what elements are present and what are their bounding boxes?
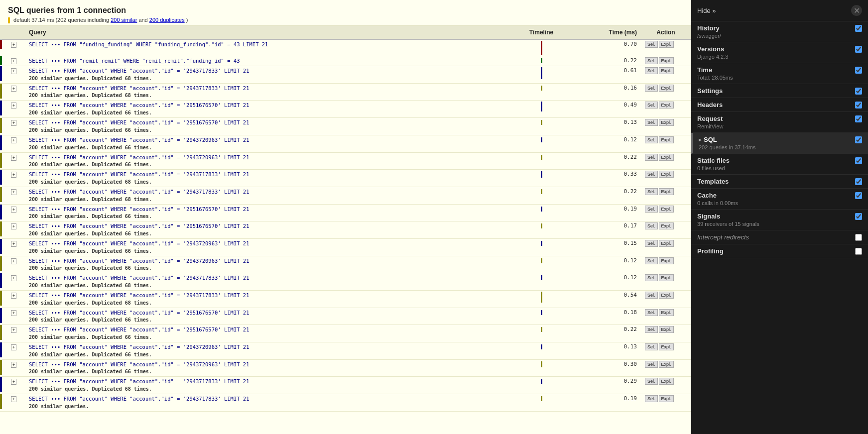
expl-button[interactable]: Expl. (659, 188, 674, 195)
sel-button[interactable]: Sel. (645, 326, 658, 333)
sidebar-item-profiling[interactable]: Profiling (691, 244, 868, 258)
expand-button[interactable]: + (11, 223, 16, 229)
sidebar-item-label-time[interactable]: Time (697, 66, 712, 74)
expl-button[interactable]: Expl. (659, 240, 674, 247)
expand-button[interactable]: + (11, 241, 16, 247)
expand-button[interactable]: + (11, 310, 16, 316)
similar-link[interactable]: 200 similar (111, 17, 137, 23)
sel-button[interactable]: Sel. (645, 240, 658, 247)
expand-button[interactable]: + (11, 42, 16, 48)
sidebar-item-label-signals[interactable]: Signals (697, 213, 720, 220)
expand-button[interactable]: + (11, 293, 16, 299)
sel-button[interactable]: Sel. (645, 119, 658, 126)
sidebar-checkbox-versions[interactable] (855, 46, 862, 53)
expl-button[interactable]: Expl. (659, 57, 674, 64)
expl-button[interactable]: Expl. (659, 343, 674, 350)
expl-button[interactable]: Expl. (659, 222, 674, 229)
expl-button[interactable]: Expl. (659, 67, 674, 74)
sidebar-item-label-headers[interactable]: Headers (697, 101, 723, 108)
expand-button[interactable]: + (11, 275, 16, 281)
sidebar-item-label-versions[interactable]: Versions (697, 45, 724, 53)
expand-button[interactable]: + (11, 344, 16, 350)
expand-button[interactable]: + (11, 68, 16, 74)
expand-button[interactable]: + (11, 58, 16, 64)
sel-button[interactable]: Sel. (645, 154, 658, 161)
sel-button[interactable]: Sel. (645, 206, 658, 213)
expand-button[interactable]: + (11, 379, 16, 385)
sidebar-checkbox-intercept-redirects[interactable] (855, 234, 862, 241)
expl-button[interactable]: Expl. (659, 395, 674, 402)
sidebar-item-versions[interactable]: VersionsDjango 4.2.3 (691, 42, 868, 63)
expand-button[interactable]: + (11, 120, 16, 126)
sidebar-checkbox-headers[interactable] (855, 102, 862, 108)
expl-button[interactable]: Expl. (659, 361, 674, 368)
sel-button[interactable]: Sel. (645, 292, 658, 299)
sidebar-item-label-static-files[interactable]: Static files (697, 157, 730, 164)
duplicates-link[interactable]: 200 duplicates (149, 17, 185, 23)
expl-button[interactable]: Expl. (659, 171, 674, 178)
sidebar-item-label-request[interactable]: Request (697, 115, 723, 122)
sidebar-item-intercept-redirects[interactable]: Intercept redirects (691, 230, 868, 244)
sidebar-item-label-settings[interactable]: Settings (697, 87, 723, 95)
sidebar-item-label-templates[interactable]: Templates (697, 178, 729, 185)
sel-button[interactable]: Sel. (645, 222, 658, 229)
sidebar-item-headers[interactable]: Headers (691, 98, 868, 112)
sel-button[interactable]: Sel. (645, 361, 658, 368)
sel-button[interactable]: Sel. (645, 343, 658, 350)
sidebar-item-label-sql[interactable]: SQL (704, 136, 717, 143)
sidebar-item-label-intercept-redirects[interactable]: Intercept redirects (697, 233, 749, 241)
sel-button[interactable]: Sel. (645, 67, 658, 74)
sidebar-item-label-profiling[interactable]: Profiling (697, 247, 724, 255)
sel-button[interactable]: Sel. (645, 102, 658, 108)
expand-button[interactable]: + (11, 103, 16, 108)
expand-button[interactable]: + (11, 207, 16, 213)
sidebar-checkbox-templates[interactable] (855, 178, 862, 185)
expl-button[interactable]: Expl. (659, 257, 674, 264)
expand-button[interactable]: + (11, 172, 16, 178)
sel-button[interactable]: Sel. (645, 41, 658, 48)
sel-button[interactable]: Sel. (645, 136, 658, 143)
hide-button[interactable]: Hide » (697, 7, 716, 14)
expl-button[interactable]: Expl. (659, 326, 674, 333)
expand-button[interactable]: + (11, 155, 16, 161)
sidebar-checkbox-sql[interactable] (855, 136, 862, 143)
sidebar-item-label-history[interactable]: History (697, 24, 720, 32)
expand-button[interactable]: + (11, 86, 16, 92)
sidebar-item-history[interactable]: History/swagger/ (691, 21, 868, 42)
sidebar-checkbox-profiling[interactable] (855, 248, 862, 255)
sidebar-checkbox-history[interactable] (855, 25, 862, 32)
sidebar-item-sql[interactable]: ▶SQL202 queries in 37.14ms (691, 133, 868, 154)
expl-button[interactable]: Expl. (659, 102, 674, 108)
expl-button[interactable]: Expl. (659, 378, 674, 385)
sel-button[interactable]: Sel. (645, 378, 658, 385)
sel-button[interactable]: Sel. (645, 257, 658, 264)
expand-button[interactable]: + (11, 137, 16, 143)
expl-button[interactable]: Expl. (659, 206, 674, 213)
expl-button[interactable]: Expl. (659, 154, 674, 161)
sel-button[interactable]: Sel. (645, 309, 658, 316)
sidebar-checkbox-settings[interactable] (855, 88, 862, 95)
sidebar-item-static-files[interactable]: Static files0 files used (691, 154, 868, 175)
sidebar-checkbox-time[interactable] (855, 67, 862, 74)
sidebar-item-label-cache[interactable]: Cache (697, 192, 717, 199)
sidebar-item-templates[interactable]: Templates (691, 175, 868, 189)
sel-button[interactable]: Sel. (645, 274, 658, 281)
sel-button[interactable]: Sel. (645, 57, 658, 64)
sidebar-checkbox-signals[interactable] (855, 213, 862, 220)
sidebar-item-signals[interactable]: Signals39 receivers of 15 signals (691, 210, 868, 230)
sidebar-item-request[interactable]: RequestRemitView (691, 112, 868, 133)
expl-button[interactable]: Expl. (659, 85, 674, 92)
expl-button[interactable]: Expl. (659, 119, 674, 126)
sidebar-checkbox-cache[interactable] (855, 192, 862, 199)
sidebar-item-cache[interactable]: Cache0 calls in 0.00ms (691, 189, 868, 210)
sidebar-item-settings[interactable]: Settings (691, 84, 868, 98)
sel-button[interactable]: Sel. (645, 171, 658, 178)
close-button[interactable]: ✕ (851, 5, 862, 16)
expand-button[interactable]: + (11, 189, 16, 195)
expand-button[interactable]: + (11, 362, 16, 368)
expl-button[interactable]: Expl. (659, 292, 674, 299)
expl-button[interactable]: Expl. (659, 274, 674, 281)
expl-button[interactable]: Expl. (659, 309, 674, 316)
sidebar-checkbox-static-files[interactable] (855, 157, 862, 164)
expl-button[interactable]: Expl. (659, 41, 674, 48)
